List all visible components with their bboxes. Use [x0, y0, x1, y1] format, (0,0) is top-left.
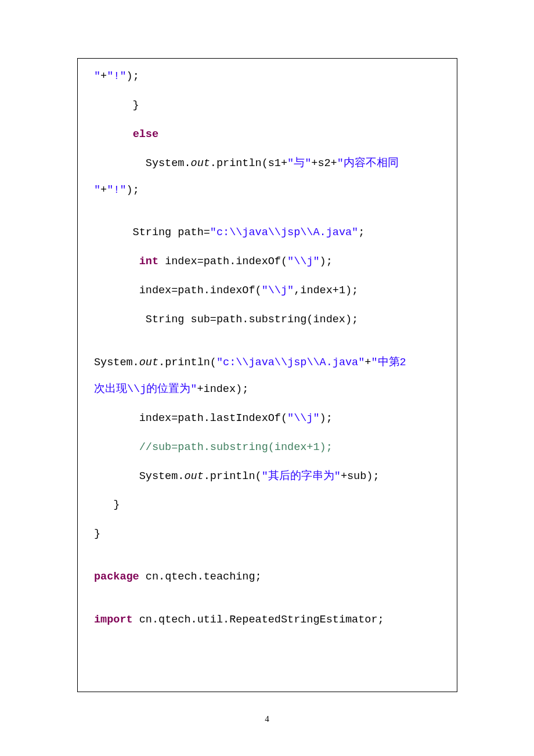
string-literal: "与" — [287, 157, 311, 170]
string-literal: "!" — [107, 184, 126, 196]
code-text: System. — [94, 157, 191, 170]
code-text: ,index+1); — [294, 285, 358, 297]
string-literal: "内容不相同 — [337, 157, 399, 170]
code-line: String path="c:\\java\\jsp\\A.java"; — [94, 225, 441, 240]
code-text: +s2+ — [311, 157, 337, 170]
code-text: System. — [94, 357, 139, 369]
keyword-package: package — [94, 571, 139, 583]
code-text: + — [100, 70, 107, 82]
code-line: index=path.indexOf("\\j",index+1); — [94, 283, 441, 298]
code-text: index=path.indexOf( — [94, 285, 262, 297]
string-literal: "\\j" — [262, 285, 294, 297]
code-line: } — [94, 527, 441, 542]
code-line: String sub=path.substring(index); — [94, 312, 441, 327]
code-line: index=path.lastIndexOf("\\j"); — [94, 411, 441, 426]
static-field: out — [184, 470, 203, 483]
string-literal: "其后的字串为" — [262, 470, 341, 483]
code-line: 次出现\\j的位置为"+index); — [94, 382, 441, 397]
code-text: index=path.lastIndexOf( — [94, 412, 287, 424]
code-text: ); — [320, 255, 333, 268]
string-literal: " — [94, 70, 100, 82]
code-text: ); — [127, 70, 139, 82]
code-line: "+"!"); — [94, 183, 441, 198]
string-literal: "c:\\java\\jsp\\A.java" — [217, 357, 365, 369]
code-document-frame: "+"!"); } else System.out.println(s1+"与"… — [77, 58, 457, 692]
code-text: } — [94, 99, 139, 111]
code-text: ); — [127, 184, 139, 196]
code-line: System.out.println("c:\\java\\jsp\\A.jav… — [94, 355, 441, 370]
code-text: cn.qtech.teaching; — [139, 571, 262, 583]
code-line: int index=path.indexOf("\\j"); — [94, 254, 441, 269]
code-line: "+"!"); — [94, 69, 441, 84]
code-line: import cn.qtech.util.RepeatedStringEstim… — [94, 613, 441, 628]
string-literal: "\\j" — [287, 255, 320, 268]
code-text: +index); — [197, 383, 248, 395]
code-text: } — [94, 528, 100, 540]
code-text: } — [94, 499, 120, 511]
code-line: package cn.qtech.teaching; — [94, 570, 441, 585]
string-literal: "中第2 — [371, 357, 406, 369]
code-text: +sub); — [341, 470, 380, 483]
code-text: .println( — [158, 357, 217, 369]
code-text: System. — [94, 470, 184, 483]
string-literal: "!" — [107, 70, 126, 82]
string-literal: "\\j" — [287, 412, 320, 424]
page-number: 4 — [0, 714, 534, 724]
code-line: System.out.println("其后的字串为"+sub); — [94, 469, 441, 484]
code-text: String path= — [94, 226, 210, 239]
string-literal: 次出现\\j的位置为" — [94, 383, 197, 395]
keyword-import: import — [94, 614, 133, 626]
string-literal: " — [94, 184, 100, 196]
code-text — [94, 128, 133, 141]
code-text: ); — [320, 412, 333, 424]
code-line: } — [94, 98, 441, 113]
code-text — [94, 255, 139, 268]
code-line: else — [94, 127, 441, 142]
code-text: .println(s1+ — [210, 157, 287, 170]
keyword-else: else — [133, 128, 158, 141]
code-text: + — [100, 184, 107, 196]
comment-text: //sub=path.substring(index+1); — [94, 441, 333, 453]
code-line: System.out.println(s1+"与"+s2+"内容不相同 — [94, 156, 441, 171]
code-text: index=path.indexOf( — [158, 255, 287, 268]
code-text: ; — [358, 226, 365, 239]
string-literal: "c:\\java\\jsp\\A.java" — [210, 226, 358, 239]
code-text: .println( — [204, 470, 262, 483]
static-field: out — [191, 157, 210, 170]
code-line-comment: //sub=path.substring(index+1); — [94, 440, 441, 455]
static-field: out — [139, 357, 158, 369]
code-text: String sub=path.substring(index); — [94, 314, 358, 326]
code-text: cn.qtech.util.RepeatedStringEstimator; — [133, 614, 384, 626]
keyword-int: int — [139, 255, 158, 268]
code-line: } — [94, 498, 441, 513]
code-text: + — [365, 357, 371, 369]
